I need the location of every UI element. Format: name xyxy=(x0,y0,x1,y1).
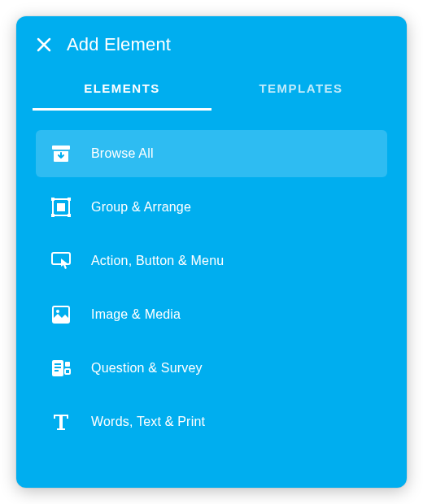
list-item-label: Question & Survey xyxy=(91,361,203,376)
svg-rect-15 xyxy=(55,370,59,371)
svg-point-11 xyxy=(56,310,59,313)
add-element-panel: Add Element ELEMENTS TEMPLATES Browse Al… xyxy=(16,16,407,488)
svg-rect-4 xyxy=(57,203,65,211)
list-item-label: Words, Text & Print xyxy=(91,415,205,429)
tab-templates[interactable]: TEMPLATES xyxy=(212,70,390,111)
list-item-browse-all[interactable]: Browse All xyxy=(36,130,387,177)
panel-header: Add Element xyxy=(16,16,407,70)
list-item-words-text[interactable]: Words, Text & Print xyxy=(36,398,387,445)
list-item-label: Action, Button & Menu xyxy=(91,254,224,268)
svg-rect-13 xyxy=(55,363,61,365)
svg-rect-16 xyxy=(65,362,70,367)
svg-rect-8 xyxy=(68,214,71,217)
panel-title: Add Element xyxy=(67,34,171,55)
group-arrange-icon xyxy=(50,197,72,218)
list-item-group-arrange[interactable]: Group & Arrange xyxy=(36,184,387,231)
archive-down-icon xyxy=(50,143,72,164)
tab-label: TEMPLATES xyxy=(259,81,342,95)
svg-rect-5 xyxy=(51,198,55,201)
svg-rect-2 xyxy=(52,146,70,150)
action-button-icon xyxy=(50,250,72,272)
list-item-action-button[interactable]: Action, Button & Menu xyxy=(36,237,387,285)
svg-rect-14 xyxy=(55,367,61,368)
close-button[interactable] xyxy=(36,37,52,53)
tabs: ELEMENTS TEMPLATES xyxy=(16,70,407,111)
image-media-icon xyxy=(50,304,72,325)
tab-elements[interactable]: ELEMENTS xyxy=(33,70,212,111)
close-icon xyxy=(37,37,51,52)
svg-rect-7 xyxy=(51,214,55,217)
tab-label: ELEMENTS xyxy=(84,81,160,95)
element-list: Browse All Group & Arrange xyxy=(16,111,407,465)
list-item-label: Browse All xyxy=(91,146,154,161)
list-item-label: Group & Arrange xyxy=(91,200,191,215)
list-item-image-media[interactable]: Image & Media xyxy=(36,291,387,338)
question-survey-icon xyxy=(50,358,72,379)
svg-rect-6 xyxy=(68,198,71,201)
list-item-label: Image & Media xyxy=(91,307,181,322)
list-item-question-survey[interactable]: Question & Survey xyxy=(36,345,387,392)
text-icon xyxy=(50,411,72,432)
svg-rect-17 xyxy=(65,369,70,374)
